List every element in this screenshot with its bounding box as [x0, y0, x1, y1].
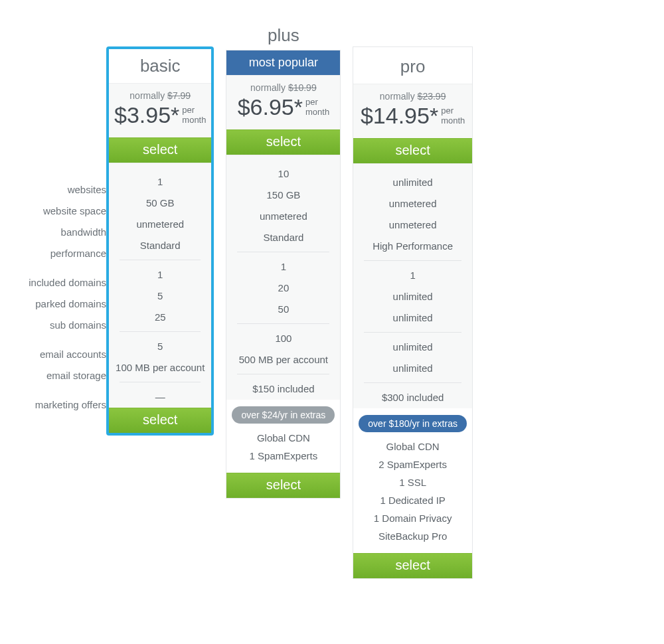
plan-basic-column: basic normally $7.99 $3.95* permonth sel…: [106, 20, 214, 436]
label-email-storage: email storage: [7, 365, 106, 386]
pro-bandwidth: unmetered: [353, 214, 472, 236]
plan-pro-price: $14.95*: [361, 103, 438, 129]
plan-pro-select-top[interactable]: select: [353, 138, 472, 163]
plan-pro-normally: normally $23.99: [359, 91, 467, 102]
plus-performance: Standard: [226, 227, 340, 248]
normally-prefix: normally: [129, 90, 167, 101]
plan-pro-features: unlimited unmetered unmetered High Perfo…: [353, 163, 472, 408]
plan-pro-normal-price: $23.99: [418, 91, 446, 102]
plan-plus-price: $6.95*: [238, 94, 303, 120]
basic-marketing-offers: —: [109, 386, 211, 408]
basic-performance: Standard: [109, 235, 211, 256]
basic-email-accounts: 5: [109, 336, 211, 357]
plan-pro-extras: over $180/yr in extras Global CDN 2 Spam…: [353, 408, 472, 553]
per-month-label: permonth: [441, 106, 465, 125]
plan-plus-normal-price: $10.99: [288, 82, 317, 93]
plan-pro-column: pro normally $23.99 $14.95* permonth sel…: [353, 20, 473, 579]
label-sub-domains: sub domains: [7, 315, 106, 336]
pro-email-accounts: unlimited: [353, 337, 472, 358]
plan-plus-select-bottom[interactable]: select: [226, 473, 340, 498]
plan-plus-title: plus: [226, 20, 341, 50]
plus-bandwidth: unmetered: [226, 206, 340, 227]
plan-pro-extras-pill: over $180/yr in extras: [359, 415, 467, 432]
plus-email-accounts: 100: [226, 328, 340, 349]
basic-websites: 1: [109, 171, 211, 193]
pricing-grid: websites website space bandwidth perform…: [7, 20, 644, 579]
label-bandwidth: bandwidth: [7, 222, 106, 243]
label-parked-domains: parked domains: [7, 293, 106, 315]
plan-basic-price-block: normally $7.99 $3.95* permonth: [109, 83, 211, 137]
pro-marketing-offers: $300 included: [353, 387, 472, 408]
pro-included-domains: 1: [353, 265, 472, 286]
plan-plus-extras-pill: over $24/yr in extras: [232, 406, 335, 424]
plan-plus-price-block: normally $10.99 $6.95* permonth: [226, 75, 340, 129]
pro-extra-4: 1 Domain Privacy: [359, 509, 467, 527]
plan-pro-select-bottom[interactable]: select: [353, 553, 472, 578]
pro-parked-domains: unlimited: [353, 286, 472, 307]
plus-parked-domains: 20: [226, 278, 340, 299]
label-websites: websites: [7, 179, 106, 201]
plan-pro-title: pro: [353, 47, 472, 84]
label-performance: performance: [7, 243, 106, 264]
plan-basic-title: basic: [109, 49, 211, 83]
normally-prefix: normally: [380, 91, 418, 102]
plan-plus: most popular normally $10.99 $6.95* perm…: [226, 50, 341, 499]
plan-pro-price-block: normally $23.99 $14.95* permonth: [353, 84, 472, 138]
pro-extra-2: 1 SSL: [359, 473, 467, 491]
plus-extra-1: 1 SpamExperts: [232, 447, 335, 465]
plus-websites: 10: [226, 163, 340, 185]
plans-row: basic normally $7.99 $3.95* permonth sel…: [106, 20, 644, 579]
plus-extra-0: Global CDN: [232, 429, 335, 447]
plan-basic-normally: normally $7.99: [114, 90, 206, 101]
plus-marketing-offers: $150 included: [226, 378, 340, 400]
plus-website-space: 150 GB: [226, 185, 340, 206]
plan-plus-extras: over $24/yr in extras Global CDN 1 SpamE…: [226, 400, 340, 473]
plan-basic-price: $3.95*: [114, 102, 179, 128]
plan-basic-features: 1 50 GB unmetered Standard 1 5 25 5 100 …: [109, 163, 211, 408]
plan-basic-normal-price: $7.99: [167, 90, 191, 101]
pro-extra-0: Global CDN: [359, 438, 467, 455]
plan-plus-column: plus most popular normally $10.99 $6.95*…: [226, 20, 341, 499]
label-marketing-offers: marketing offers: [7, 394, 106, 416]
label-email-accounts: email accounts: [7, 344, 106, 365]
plan-plus-normally: normally $10.99: [232, 82, 335, 93]
plus-sub-domains: 50: [226, 299, 340, 320]
plan-basic-select-bottom[interactable]: select: [109, 408, 211, 433]
basic-sub-domains: 25: [109, 307, 211, 328]
pro-performance: High Performance: [353, 236, 472, 257]
plan-basic: basic normally $7.99 $3.95* permonth sel…: [106, 46, 214, 436]
plan-plus-features: 10 150 GB unmetered Standard 1 20 50 100…: [226, 155, 340, 400]
basic-parked-domains: 5: [109, 285, 211, 307]
normally-prefix: normally: [250, 82, 288, 93]
basic-bandwidth: unmetered: [109, 214, 211, 235]
plan-pro: pro normally $23.99 $14.95* permonth sel…: [353, 46, 473, 579]
pro-extra-1: 2 SpamExperts: [359, 455, 467, 473]
plan-basic-select-top[interactable]: select: [109, 137, 211, 163]
pro-extra-5: SiteBackup Pro: [359, 527, 467, 545]
basic-email-storage: 100 MB per account: [109, 357, 211, 378]
feature-labels-column: websites website space bandwidth perform…: [7, 20, 106, 416]
plus-email-storage: 500 MB per account: [226, 349, 340, 370]
pro-websites: unlimited: [353, 172, 472, 193]
pro-extra-3: 1 Dedicated IP: [359, 491, 467, 509]
plan-plus-badge: most popular: [226, 50, 340, 75]
per-month-label: permonth: [305, 98, 329, 117]
pro-sub-domains: unlimited: [353, 307, 472, 329]
plan-plus-select-top[interactable]: select: [226, 129, 340, 155]
basic-website-space: 50 GB: [109, 193, 211, 214]
pro-email-storage: unlimited: [353, 358, 472, 379]
pro-website-space: unmetered: [353, 193, 472, 214]
plus-included-domains: 1: [226, 256, 340, 278]
basic-included-domains: 1: [109, 264, 211, 285]
label-website-space: website space: [7, 201, 106, 222]
label-included-domains: included domains: [7, 272, 106, 293]
per-month-label: permonth: [182, 106, 206, 125]
